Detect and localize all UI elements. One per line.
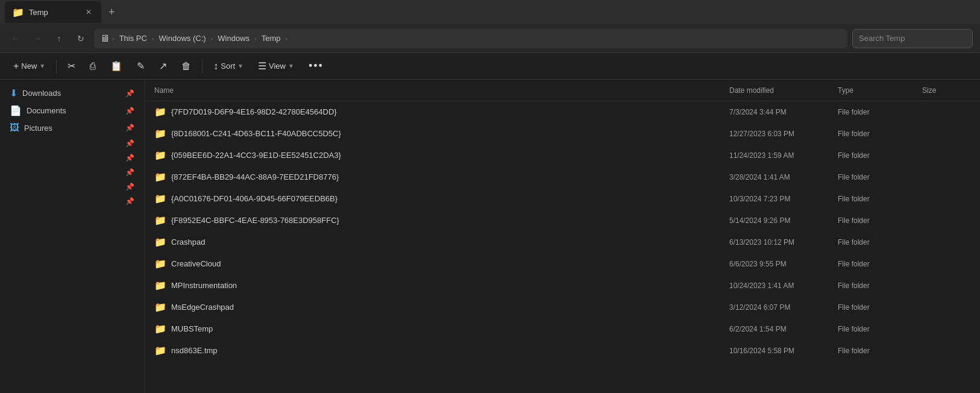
column-name[interactable]: Name	[154, 86, 729, 95]
more-button[interactable]: •••	[303, 57, 330, 75]
folder-icon: 📁	[154, 345, 166, 356]
file-name-cell: 📁 nsd863E.tmp	[154, 345, 729, 356]
file-type-cell: File folder	[838, 216, 922, 225]
file-name-cell: 📁 {872EF4BA-BB29-44AC-88A9-7EED21FD8776}	[154, 171, 729, 183]
view-chevron-icon: ▼	[288, 63, 294, 69]
file-date-cell: 7/3/2024 3:44 PM	[729, 108, 838, 116]
folder-icon: 📁	[154, 323, 166, 335]
forward-button[interactable]: →	[29, 30, 46, 47]
back-button[interactable]: ←	[7, 30, 24, 47]
paste-button[interactable]: 📋	[104, 57, 128, 75]
table-row[interactable]: 📁 CreativeCloud 6/6/2023 9:55 PM File fo…	[145, 253, 980, 275]
share-icon: ↗	[159, 60, 167, 72]
tab[interactable]: 📁 Temp ✕	[5, 1, 101, 23]
table-row[interactable]: 📁 {8D168001-C241-4D63-BC11-F40ADBCC5D5C}…	[145, 123, 980, 145]
new-tab-button[interactable]: +	[104, 4, 120, 21]
sidebar-item-downloads[interactable]: ⬇ Downloads 📌	[0, 84, 144, 102]
column-name-label: Name	[154, 86, 174, 95]
pictures-icon: 🖼	[10, 122, 19, 133]
table-row[interactable]: 📁 {872EF4BA-BB29-44AC-88A9-7EED21FD8776}…	[145, 166, 980, 188]
tab-title: Temp	[29, 8, 48, 17]
address-bar: ← → ↑ ↻ 🖥 › This PC › Windows (C:) › Win…	[0, 24, 980, 53]
table-row[interactable]: 📁 {7FD7D019-D6F9-4E16-98D2-42780E4564DD}…	[145, 101, 980, 123]
table-row[interactable]: 📁 Crashpad 6/13/2023 10:12 PM File folde…	[145, 231, 980, 253]
folder-icon: 📁	[154, 280, 166, 291]
documents-pin-icon: 📌	[125, 107, 134, 115]
file-name-cell: 📁 {7FD7D019-D6F9-4E16-98D2-42780E4564DD}	[154, 106, 729, 118]
new-chevron-icon: ▼	[39, 63, 45, 69]
new-button[interactable]: + New ▼	[7, 58, 51, 75]
breadcrumb-bar[interactable]: 🖥 › This PC › Windows (C:) › Windows › T…	[94, 29, 847, 48]
sort-button[interactable]: ↕ Sort ▼	[207, 58, 250, 75]
table-row[interactable]: 📁 nsd863E.tmp 10/16/2024 5:58 PM File fo…	[145, 340, 980, 362]
file-date-cell: 6/2/2024 1:54 PM	[729, 325, 838, 333]
back-icon: ←	[11, 34, 20, 43]
file-name-cell: 📁 {A0C01676-DF01-406A-9D45-66F079EEDB6B}	[154, 193, 729, 204]
breadcrumb-windows-c[interactable]: Windows (C:)	[157, 33, 209, 44]
file-list-header: Name Date modified Type Size	[145, 80, 980, 101]
toolbar-separator-1	[56, 59, 57, 74]
table-row[interactable]: 📁 {A0C01676-DF01-406A-9D45-66F079EEDB6B}…	[145, 188, 980, 210]
rename-icon: ✎	[137, 60, 145, 72]
column-date[interactable]: Date modified	[729, 86, 838, 95]
file-type-cell: File folder	[838, 173, 922, 181]
table-row[interactable]: 📁 MPInstrumentation 10/24/2023 1:41 AM F…	[145, 275, 980, 297]
breadcrumb-this-pc[interactable]: This PC	[117, 33, 149, 44]
sidebar-item-pin-5[interactable]: 📌	[0, 151, 144, 165]
breadcrumb-windows[interactable]: Windows	[215, 33, 252, 44]
downloads-pin-icon: 📌	[125, 89, 134, 98]
breadcrumb-sep-2: ›	[211, 35, 213, 42]
sidebar-item-downloads-label: Downloads	[22, 89, 61, 98]
share-button[interactable]: ↗	[153, 57, 173, 75]
file-name-text: Crashpad	[171, 237, 205, 247]
cut-button[interactable]: ✂	[61, 57, 81, 75]
file-name-text: nsd863E.tmp	[171, 346, 218, 355]
file-type-cell: File folder	[838, 195, 922, 203]
file-name-text: {A0C01676-DF01-406A-9D45-66F079EEDB6B}	[171, 194, 338, 203]
view-button[interactable]: ☰ View ▼	[252, 57, 300, 75]
file-date-cell: 5/14/2024 9:26 PM	[729, 216, 838, 225]
documents-icon: 📄	[10, 105, 22, 116]
file-name-cell: 📁 MsEdgeCrashpad	[154, 301, 729, 313]
sidebar-item-pictures-label: Pictures	[24, 124, 52, 133]
file-date-cell: 10/3/2024 7:23 PM	[729, 195, 838, 203]
up-icon: ↑	[57, 34, 61, 43]
more-icon: •••	[309, 60, 324, 72]
sidebar-item-pin-6[interactable]: 📌	[0, 165, 144, 180]
file-type-cell: File folder	[838, 347, 922, 355]
rename-button[interactable]: ✎	[131, 57, 151, 75]
sidebar-item-pictures[interactable]: 🖼 Pictures 📌	[0, 119, 144, 136]
table-row[interactable]: 📁 MUBSTemp 6/2/2024 1:54 PM File folder	[145, 318, 980, 340]
folder-icon: 📁	[154, 106, 166, 118]
file-name-text: {7FD7D019-D6F9-4E16-98D2-42780E4564DD}	[171, 107, 337, 116]
up-button[interactable]: ↑	[51, 30, 68, 47]
file-list[interactable]: Name Date modified Type Size 📁 {7FD7D019…	[145, 80, 980, 393]
tab-close-button[interactable]: ✕	[83, 7, 94, 17]
pin-4-icon: 📌	[125, 139, 134, 148]
refresh-button[interactable]: ↻	[72, 30, 89, 47]
copy-button[interactable]: ⎙	[84, 58, 102, 75]
refresh-icon: ↻	[77, 34, 84, 43]
delete-button[interactable]: 🗑	[175, 58, 197, 75]
file-name-cell: 📁 Crashpad	[154, 236, 729, 248]
table-row[interactable]: 📁 {F8952E4C-BBFC-4EAE-8953-768E3D958FFC}…	[145, 210, 980, 231]
sidebar-item-pin-8[interactable]: 📌	[0, 194, 144, 209]
sidebar-item-pin-7[interactable]: 📌	[0, 180, 144, 194]
folder-icon: 📁	[154, 171, 166, 183]
cut-icon: ✂	[68, 60, 75, 72]
breadcrumb-temp[interactable]: Temp	[259, 33, 283, 44]
folder-icon: 📁	[154, 258, 166, 269]
file-name-text: MsEdgeCrashpad	[171, 303, 234, 312]
sidebar-item-pin-4[interactable]: 📌	[0, 136, 144, 151]
sort-icon: ↕	[213, 61, 218, 72]
file-date-cell: 3/28/2024 1:41 AM	[729, 173, 838, 181]
search-box[interactable]: Search Temp	[852, 29, 973, 48]
column-type[interactable]: Type	[838, 86, 922, 95]
sidebar-item-documents[interactable]: 📄 Documents 📌	[0, 102, 144, 119]
sidebar-item-documents-label: Documents	[27, 106, 66, 115]
column-size[interactable]: Size	[922, 86, 970, 95]
table-row[interactable]: 📁 {059BEE6D-22A1-4CC3-9E1D-EE52451C2DA3}…	[145, 145, 980, 166]
monitor-icon: 🖥	[100, 33, 110, 44]
view-label: View	[269, 61, 286, 71]
table-row[interactable]: 📁 MsEdgeCrashpad 3/12/2024 6:07 PM File …	[145, 297, 980, 318]
